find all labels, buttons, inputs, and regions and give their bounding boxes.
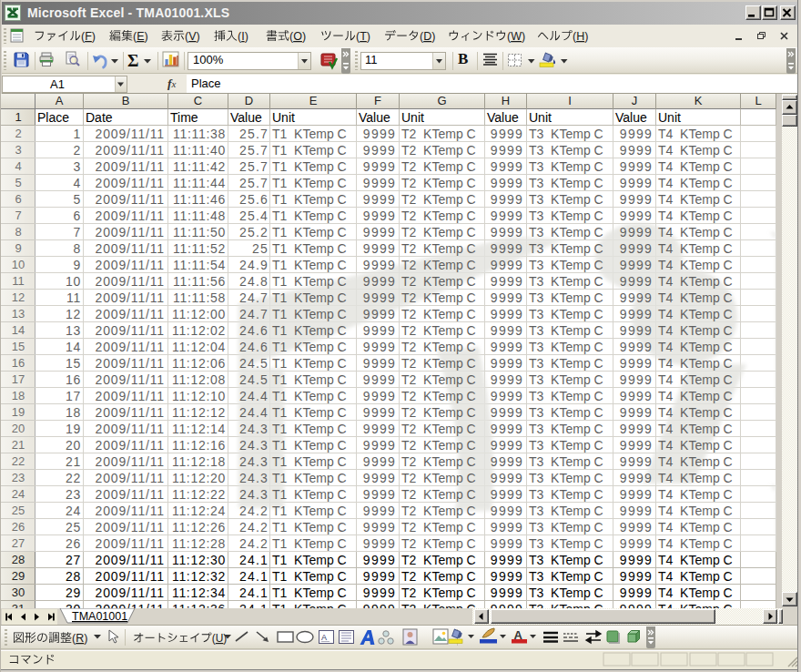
svg-text:A: A — [321, 633, 327, 642]
svg-text:(I): (I) — [238, 30, 248, 43]
svg-text:(W): (W) — [507, 30, 525, 43]
svg-text:(O): (O) — [289, 30, 306, 43]
svg-text:(V): (V) — [185, 30, 200, 43]
svg-text:(T): (T) — [356, 30, 370, 43]
svg-text:Σ: Σ — [127, 51, 138, 70]
svg-text:(H): (H) — [573, 30, 588, 43]
svg-text:A: A — [514, 628, 523, 642]
svg-text:(D): (D) — [420, 30, 435, 43]
svg-text:(R): (R) — [72, 632, 87, 645]
svg-text:(U): (U) — [212, 632, 228, 645]
svg-text:TMA01001: TMA01001 — [72, 610, 127, 623]
svg-text:(E): (E) — [133, 30, 148, 43]
svg-text:(F): (F) — [81, 30, 96, 43]
